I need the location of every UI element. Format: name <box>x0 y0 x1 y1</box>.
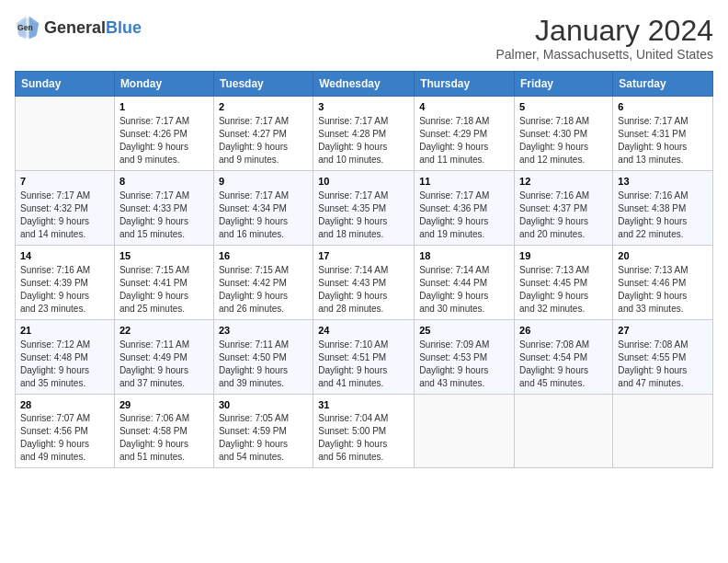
calendar-header: SundayMondayTuesdayWednesdayThursdayFrid… <box>16 72 713 97</box>
calendar-cell: 1Sunrise: 7:17 AM Sunset: 4:26 PM Daylig… <box>114 97 213 171</box>
column-header-saturday: Saturday <box>613 72 713 97</box>
calendar-cell <box>613 394 713 468</box>
date-number: 2 <box>219 100 308 114</box>
cell-info: Sunrise: 7:14 AM Sunset: 4:44 PM Dayligh… <box>419 264 509 316</box>
logo-blue: Blue <box>106 18 142 37</box>
cell-info: Sunrise: 7:14 AM Sunset: 4:43 PM Dayligh… <box>318 264 409 316</box>
cell-info: Sunrise: 7:09 AM Sunset: 4:53 PM Dayligh… <box>419 339 509 390</box>
cell-info: Sunrise: 7:16 AM Sunset: 4:37 PM Dayligh… <box>519 190 608 241</box>
date-number: 30 <box>219 398 308 412</box>
week-row-5: 28Sunrise: 7:07 AM Sunset: 4:56 PM Dayli… <box>16 394 713 468</box>
calendar-cell: 21Sunrise: 7:12 AM Sunset: 4:48 PM Dayli… <box>16 319 115 394</box>
date-number: 17 <box>318 249 409 263</box>
calendar-cell <box>415 394 515 468</box>
cell-info: Sunrise: 7:17 AM Sunset: 4:31 PM Dayligh… <box>618 115 708 167</box>
column-header-monday: Monday <box>114 72 213 97</box>
calendar-cell: 4Sunrise: 7:18 AM Sunset: 4:29 PM Daylig… <box>415 97 515 171</box>
date-number: 22 <box>119 324 209 338</box>
date-number: 20 <box>618 249 708 263</box>
cell-info: Sunrise: 7:12 AM Sunset: 4:48 PM Dayligh… <box>20 339 109 390</box>
calendar-page: Gen GeneralBlue January 2024 Palmer, Mas… <box>0 0 728 563</box>
date-number: 25 <box>419 324 509 338</box>
calendar-cell: 11Sunrise: 7:17 AM Sunset: 4:36 PM Dayli… <box>415 171 515 246</box>
svg-text:Gen: Gen <box>17 23 33 32</box>
date-number: 7 <box>20 175 109 189</box>
calendar-cell: 9Sunrise: 7:17 AM Sunset: 4:34 PM Daylig… <box>213 171 313 246</box>
calendar-cell: 19Sunrise: 7:13 AM Sunset: 4:45 PM Dayli… <box>515 245 613 319</box>
date-number: 26 <box>519 324 608 338</box>
calendar-cell: 17Sunrise: 7:14 AM Sunset: 4:43 PM Dayli… <box>313 245 415 319</box>
date-number: 31 <box>318 398 409 412</box>
logo-general: General <box>44 18 106 37</box>
week-row-3: 14Sunrise: 7:16 AM Sunset: 4:39 PM Dayli… <box>16 245 713 319</box>
calendar-cell: 13Sunrise: 7:16 AM Sunset: 4:38 PM Dayli… <box>613 171 713 246</box>
calendar-cell: 22Sunrise: 7:11 AM Sunset: 4:49 PM Dayli… <box>114 319 213 394</box>
cell-info: Sunrise: 7:13 AM Sunset: 4:45 PM Dayligh… <box>519 264 608 316</box>
date-number: 5 <box>519 100 608 114</box>
cell-info: Sunrise: 7:18 AM Sunset: 4:30 PM Dayligh… <box>519 115 608 167</box>
cell-info: Sunrise: 7:17 AM Sunset: 4:36 PM Dayligh… <box>419 190 509 241</box>
cell-info: Sunrise: 7:16 AM Sunset: 4:39 PM Dayligh… <box>20 264 109 316</box>
date-number: 12 <box>519 175 608 189</box>
cell-info: Sunrise: 7:16 AM Sunset: 4:38 PM Dayligh… <box>618 190 708 241</box>
date-number: 8 <box>119 175 209 189</box>
calendar-cell: 8Sunrise: 7:17 AM Sunset: 4:33 PM Daylig… <box>114 171 213 246</box>
cell-info: Sunrise: 7:17 AM Sunset: 4:26 PM Dayligh… <box>119 115 209 167</box>
calendar-cell: 28Sunrise: 7:07 AM Sunset: 4:56 PM Dayli… <box>16 394 115 468</box>
column-header-friday: Friday <box>515 72 613 97</box>
calendar-cell: 3Sunrise: 7:17 AM Sunset: 4:28 PM Daylig… <box>313 97 415 171</box>
calendar-cell: 2Sunrise: 7:17 AM Sunset: 4:27 PM Daylig… <box>213 97 313 171</box>
cell-info: Sunrise: 7:18 AM Sunset: 4:29 PM Dayligh… <box>419 115 509 167</box>
cell-info: Sunrise: 7:10 AM Sunset: 4:51 PM Dayligh… <box>318 339 409 390</box>
date-number: 10 <box>318 175 409 189</box>
calendar-cell: 10Sunrise: 7:17 AM Sunset: 4:35 PM Dayli… <box>313 171 415 246</box>
calendar-cell: 31Sunrise: 7:04 AM Sunset: 5:00 PM Dayli… <box>313 394 415 468</box>
cell-info: Sunrise: 7:15 AM Sunset: 4:42 PM Dayligh… <box>219 264 308 316</box>
week-row-4: 21Sunrise: 7:12 AM Sunset: 4:48 PM Dayli… <box>16 319 713 394</box>
header-row: SundayMondayTuesdayWednesdayThursdayFrid… <box>16 72 713 97</box>
calendar-cell: 24Sunrise: 7:10 AM Sunset: 4:51 PM Dayli… <box>313 319 415 394</box>
date-number: 11 <box>419 175 509 189</box>
cell-info: Sunrise: 7:11 AM Sunset: 4:49 PM Dayligh… <box>119 339 209 390</box>
calendar-cell: 12Sunrise: 7:16 AM Sunset: 4:37 PM Dayli… <box>515 171 613 246</box>
cell-info: Sunrise: 7:17 AM Sunset: 4:28 PM Dayligh… <box>318 115 409 167</box>
date-number: 28 <box>20 398 109 412</box>
title-block: January 2024 Palmer, Massachusetts, Unit… <box>495 15 713 62</box>
calendar-cell: 26Sunrise: 7:08 AM Sunset: 4:54 PM Dayli… <box>515 319 613 394</box>
calendar-table: SundayMondayTuesdayWednesdayThursdayFrid… <box>15 71 713 468</box>
cell-info: Sunrise: 7:15 AM Sunset: 4:41 PM Dayligh… <box>119 264 209 316</box>
logo: Gen GeneralBlue <box>15 15 142 40</box>
date-number: 21 <box>20 324 109 338</box>
cell-info: Sunrise: 7:04 AM Sunset: 5:00 PM Dayligh… <box>318 412 409 464</box>
cell-info: Sunrise: 7:17 AM Sunset: 4:34 PM Dayligh… <box>219 190 308 241</box>
date-number: 9 <box>219 175 308 189</box>
cell-info: Sunrise: 7:11 AM Sunset: 4:50 PM Dayligh… <box>219 339 308 390</box>
cell-info: Sunrise: 7:17 AM Sunset: 4:33 PM Dayligh… <box>119 190 209 241</box>
calendar-cell: 5Sunrise: 7:18 AM Sunset: 4:30 PM Daylig… <box>515 97 613 171</box>
calendar-cell: 14Sunrise: 7:16 AM Sunset: 4:39 PM Dayli… <box>16 245 115 319</box>
calendar-cell: 30Sunrise: 7:05 AM Sunset: 4:59 PM Dayli… <box>213 394 313 468</box>
date-number: 23 <box>219 324 308 338</box>
date-number: 15 <box>119 249 209 263</box>
column-header-tuesday: Tuesday <box>213 72 313 97</box>
calendar-cell: 25Sunrise: 7:09 AM Sunset: 4:53 PM Dayli… <box>415 319 515 394</box>
subtitle: Palmer, Massachusetts, United States <box>495 47 713 62</box>
date-number: 24 <box>318 324 409 338</box>
date-number: 16 <box>219 249 308 263</box>
column-header-thursday: Thursday <box>415 72 515 97</box>
column-header-wednesday: Wednesday <box>313 72 415 97</box>
cell-info: Sunrise: 7:06 AM Sunset: 4:58 PM Dayligh… <box>119 412 209 464</box>
calendar-cell <box>515 394 613 468</box>
calendar-body: 1Sunrise: 7:17 AM Sunset: 4:26 PM Daylig… <box>16 97 713 468</box>
cell-info: Sunrise: 7:08 AM Sunset: 4:55 PM Dayligh… <box>618 339 708 390</box>
cell-info: Sunrise: 7:17 AM Sunset: 4:27 PM Dayligh… <box>219 115 308 167</box>
main-title: January 2024 <box>495 15 713 47</box>
calendar-cell: 27Sunrise: 7:08 AM Sunset: 4:55 PM Dayli… <box>613 319 713 394</box>
logo-text: GeneralBlue <box>44 18 142 38</box>
date-number: 4 <box>419 100 509 114</box>
week-row-1: 1Sunrise: 7:17 AM Sunset: 4:26 PM Daylig… <box>16 97 713 171</box>
calendar-cell <box>16 97 115 171</box>
cell-info: Sunrise: 7:17 AM Sunset: 4:35 PM Dayligh… <box>318 190 409 241</box>
header: Gen GeneralBlue January 2024 Palmer, Mas… <box>15 15 713 62</box>
date-number: 3 <box>318 100 409 114</box>
